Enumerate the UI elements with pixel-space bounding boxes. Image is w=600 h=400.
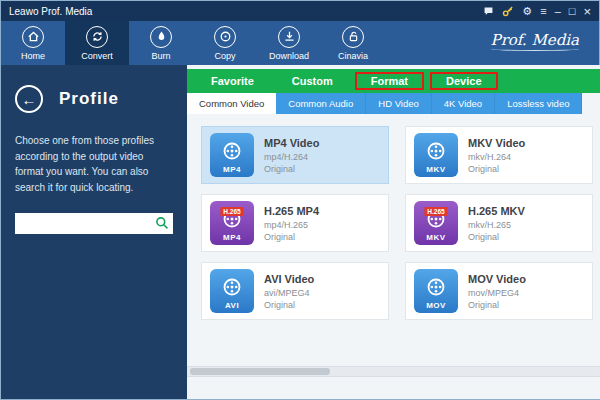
profile-card-mkv[interactable]: MKV MKV Video mkv/H.264 Original <box>405 126 593 184</box>
profile-title: H.265 MP4 <box>264 205 319 217</box>
nav-item-cinavia[interactable]: Cinavia <box>321 21 385 65</box>
profile-format: mkv/H.265 <box>468 220 525 230</box>
profile-size: Original <box>468 300 526 310</box>
tab-custom[interactable]: Custom <box>276 72 349 90</box>
format-icon-h265-mp4: H.265 MP4 <box>210 201 254 245</box>
nav-item-label: Convert <box>81 51 113 61</box>
back-arrow-icon: ← <box>22 91 37 108</box>
window-title: Leawo Prof. Media <box>9 6 92 17</box>
format-icon-h265-mkv: H.265 MKV <box>414 201 458 245</box>
format-icon-mov: MOV <box>414 269 458 313</box>
profile-card-mp4[interactable]: MP4 MP4 Video mp4/H.264 Original <box>201 126 389 184</box>
nav-item-label: Download <box>269 51 309 61</box>
profile-content: Favorite Custom Format Device Common Vid… <box>187 65 600 399</box>
profile-format: mov/MPEG4 <box>468 288 526 298</box>
back-button[interactable]: ← <box>15 85 43 113</box>
profile-card-avi[interactable]: AVI AVI Video avi/MPEG4 Original <box>201 262 389 320</box>
profile-size: Original <box>468 232 525 242</box>
profile-category-bar: Favorite Custom Format Device <box>187 69 600 93</box>
subtab-lossless-video[interactable]: Lossless video <box>495 93 582 114</box>
gear-icon[interactable]: ⚙ <box>522 6 532 17</box>
scrollbar-thumb[interactable] <box>190 368 330 375</box>
format-icon-label: MKV <box>414 233 458 242</box>
horizontal-scrollbar[interactable] <box>187 366 600 377</box>
profile-title: MKV Video <box>468 137 525 149</box>
maximize-icon[interactable]: □ <box>569 6 576 17</box>
profile-card-h265-mp4[interactable]: H.265 MP4 H.265 MP4 mp4/H.265 Original <box>201 194 389 252</box>
format-icon-mkv: MKV <box>414 133 458 177</box>
nav-item-label: Cinavia <box>338 51 368 61</box>
profile-card-mov[interactable]: MOV MOV Video mov/MPEG4 Original <box>405 262 593 320</box>
profile-format: mp4/H.264 <box>264 152 319 162</box>
nav-item-label: Copy <box>214 51 235 61</box>
tab-device[interactable]: Device <box>430 72 497 90</box>
tab-favorite[interactable]: Favorite <box>195 72 270 90</box>
format-icon-label: MP4 <box>210 165 254 174</box>
search-icon[interactable] <box>155 216 169 230</box>
nav-item-label: Burn <box>151 51 170 61</box>
nav-item-copy[interactable]: Copy <box>193 21 257 65</box>
profile-title: AVI Video <box>264 273 314 285</box>
format-icon-label: AVI <box>210 301 254 310</box>
profile-size: Original <box>264 164 319 174</box>
convert-icon <box>86 26 108 48</box>
profile-format: avi/MPEG4 <box>264 288 314 298</box>
cinavia-icon <box>342 26 364 48</box>
page-title: Profile <box>59 89 119 109</box>
profile-format: mkv/H.264 <box>468 152 525 162</box>
titlebar-controls: ⚙ ≡ – □ × <box>483 5 591 18</box>
nav-item-download[interactable]: Download <box>257 21 321 65</box>
minimize-icon[interactable]: – <box>555 6 561 17</box>
format-icon-mp4: MP4 <box>210 133 254 177</box>
burn-icon <box>150 26 172 48</box>
titlebar: Leawo Prof. Media ⚙ ≡ – □ × <box>1 1 599 21</box>
nav-item-burn[interactable]: Burn <box>129 21 193 65</box>
profile-grid: MP4 MP4 Video mp4/H.264 Original MKV MKV… <box>187 114 600 332</box>
nav-item-home[interactable]: Home <box>1 21 65 65</box>
format-icon-label: MOV <box>414 301 458 310</box>
profile-format: mp4/H.265 <box>264 220 319 230</box>
format-icon-label: MKV <box>414 165 458 174</box>
main-area: ← Profile Choose one from those profiles… <box>1 65 599 399</box>
download-icon <box>278 26 300 48</box>
profile-search <box>15 213 173 234</box>
profile-size: Original <box>264 300 314 310</box>
search-input[interactable] <box>15 213 173 234</box>
subtab-common-audio[interactable]: Common Audio <box>276 93 366 114</box>
profile-sidebar: ← Profile Choose one from those profiles… <box>1 65 187 399</box>
profile-title: H.265 MKV <box>468 205 525 217</box>
app-window: Leawo Prof. Media ⚙ ≡ – □ × Home Convert <box>0 0 600 400</box>
menu-icon[interactable]: ≡ <box>540 6 546 17</box>
close-icon[interactable]: × <box>583 5 591 18</box>
main-toolbar: Home Convert Burn Copy Download <box>1 21 599 65</box>
h265-badge: H.265 <box>220 207 243 216</box>
subtab-4k-video[interactable]: 4K Video <box>432 93 495 114</box>
copy-icon <box>214 26 236 48</box>
format-icon-label: MP4 <box>210 233 254 242</box>
home-icon <box>22 26 44 48</box>
nav-item-convert[interactable]: Convert <box>65 21 129 65</box>
profile-title: MOV Video <box>468 273 526 285</box>
nav-item-label: Home <box>21 51 45 61</box>
subtab-hd-video[interactable]: HD Video <box>366 93 432 114</box>
key-icon[interactable] <box>502 5 514 17</box>
chat-icon[interactable] <box>483 6 494 17</box>
profile-title: MP4 Video <box>264 137 319 149</box>
format-icon-avi: AVI <box>210 269 254 313</box>
h265-badge: H.265 <box>424 207 447 216</box>
profile-size: Original <box>468 164 525 174</box>
profile-card-h265-mkv[interactable]: H.265 MKV H.265 MKV mkv/H.265 Original <box>405 194 593 252</box>
profile-size: Original <box>264 232 319 242</box>
subtab-common-video[interactable]: Common Video <box>187 93 276 114</box>
tab-format[interactable]: Format <box>355 72 424 90</box>
profile-description: Choose one from those profiles according… <box>15 133 167 195</box>
format-subtab-bar: Common Video Common Audio HD Video 4K Vi… <box>187 93 600 114</box>
brand-logo: Prof. Media <box>491 31 579 51</box>
